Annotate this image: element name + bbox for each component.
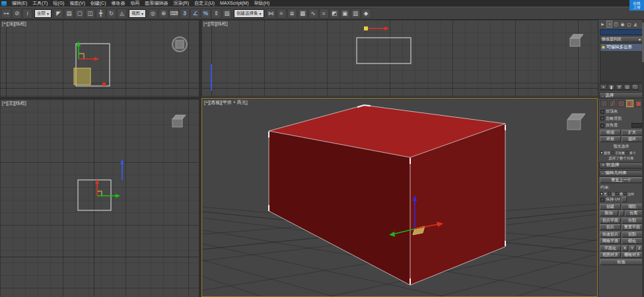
menu-modifiers[interactable]: 修改器 <box>108 0 127 7</box>
tessellate-button[interactable]: 细化 <box>622 238 643 244</box>
menu-create[interactable]: 创建(C) <box>88 0 109 7</box>
by-angle-spinner[interactable] <box>631 123 642 128</box>
tab-display[interactable]: ◻ <box>626 21 632 28</box>
planar-y-button[interactable]: Y <box>629 245 635 251</box>
grid-align-button[interactable]: 栅格对齐 <box>622 252 643 258</box>
viewcube[interactable] <box>172 37 187 52</box>
select-and-move-icon[interactable]: ╋ <box>96 9 106 19</box>
viewport-label-front[interactable]: [+][前][线框] <box>203 21 228 27</box>
percent-snap-icon[interactable]: % <box>201 9 211 19</box>
border-mode-icon[interactable]: ▢ <box>618 100 625 107</box>
detach-button[interactable]: 分离 <box>625 210 643 216</box>
top-viewport-canvas[interactable] <box>0 20 199 97</box>
edit-named-selection-sets-icon[interactable]: ▧ <box>222 9 232 19</box>
viewport-front[interactable]: [+][前][线框] <box>201 20 598 97</box>
attach-list-button[interactable] <box>619 210 624 216</box>
render-production-icon[interactable]: ◆ <box>361 9 371 19</box>
rendered-frame-window-icon[interactable]: ▥ <box>351 9 361 19</box>
named-selection-sets-dropdown[interactable]: 创建选择集 ▾ <box>234 9 264 18</box>
rollout-soft-selection[interactable]: + 软选择 <box>599 162 643 169</box>
tab-create[interactable]: ► <box>600 21 606 28</box>
viewcube[interactable] <box>172 115 186 127</box>
modifier-list-dropdown[interactable]: 修改器列表 ▾ <box>600 36 643 42</box>
menu-graph-editors[interactable]: 图形编辑器 <box>142 0 170 7</box>
visibility-bulb-icon[interactable] <box>602 46 605 49</box>
rollout-edit-geometry[interactable]: - 编辑几何体 <box>599 170 643 177</box>
menu-customize[interactable]: 自定义(U) <box>192 0 217 7</box>
menu-edit[interactable]: 编辑(E) <box>9 0 30 7</box>
select-and-manipulate-icon[interactable]: ⊕ <box>159 9 168 19</box>
object-name-field[interactable] <box>600 29 643 35</box>
selection-region-icon[interactable]: ▢ <box>75 9 85 19</box>
material-editor-icon[interactable]: ◩ <box>330 9 340 19</box>
select-object-icon[interactable]: ◤ <box>54 9 63 19</box>
configure-modifier-sets-icon[interactable]: ⓘ <box>631 84 639 90</box>
keyboard-shortcut-override-icon[interactable]: ⌨ <box>169 9 179 19</box>
select-by-name-icon[interactable]: ▤ <box>64 9 74 19</box>
by-vertex-checkbox[interactable] <box>600 110 604 114</box>
app-icon[interactable] <box>1 1 7 6</box>
viewport-label-left[interactable]: [+][左][线框] <box>2 100 26 106</box>
tab-hierarchy[interactable]: ◫ <box>613 21 619 28</box>
render-setup-icon[interactable]: ▣ <box>340 9 350 19</box>
ring-button[interactable]: 环形 <box>600 136 621 142</box>
constraint-none-radio[interactable] <box>600 192 603 195</box>
select-and-rotate-icon[interactable]: ↻ <box>106 9 116 19</box>
move-gizmo[interactable] <box>95 179 120 198</box>
collapse-button[interactable]: 塌陷 <box>622 204 643 210</box>
graphite-modeling-icon[interactable]: ▦ <box>298 9 308 19</box>
polygon-mode-icon[interactable]: ■ <box>626 100 633 107</box>
viewport-label-top[interactable]: [+][顶][线框] <box>2 21 26 27</box>
remove-modifier-icon[interactable]: ⊟ <box>624 84 631 90</box>
reset-plane-button[interactable]: 重置平面 <box>622 224 643 230</box>
wireframe-rectangle[interactable] <box>78 180 111 210</box>
by-angle-checkbox[interactable] <box>600 124 604 128</box>
wireframe-rectangle[interactable] <box>357 38 411 64</box>
stack-item-editable-poly[interactable]: 可编辑多边形 <box>600 44 642 51</box>
unlink-selection-icon[interactable]: ⊘ <box>12 9 22 19</box>
constraint-normal-radio[interactable] <box>624 192 627 195</box>
box-front-face[interactable] <box>269 131 410 285</box>
align-icon[interactable]: ≡ <box>277 9 287 19</box>
viewport-perspective[interactable]: [+][透视][平滑 + 高光] <box>201 98 598 297</box>
constraint-edge-radio[interactable] <box>608 192 611 195</box>
mirror-icon[interactable]: ⋈ <box>266 9 276 19</box>
select-and-scale-icon[interactable]: ◬ <box>117 9 127 19</box>
attach-button[interactable]: 附加 <box>600 210 618 216</box>
use-pivot-point-center-icon[interactable]: ◎ <box>148 9 158 19</box>
reference-coordinate-dropdown[interactable]: 视图 ▾ <box>129 9 146 18</box>
pin-stack-icon[interactable]: ⌖ <box>600 84 607 90</box>
quickslice-button[interactable]: 快速切片 <box>600 232 621 237</box>
planar-button[interactable]: 平面化 <box>600 245 621 251</box>
online-badge[interactable]: 在线 上传 <box>629 0 644 11</box>
menu-views[interactable]: 视图(V) <box>67 0 87 7</box>
tab-utilities[interactable]: ◭ <box>633 21 639 28</box>
msmooth-button[interactable]: 网格平滑 <box>600 238 621 244</box>
menu-rendering[interactable]: 渲染(R) <box>170 0 192 7</box>
cut-button[interactable]: 切割 <box>622 232 643 237</box>
tab-modify[interactable]: ◔ <box>606 21 612 28</box>
make-unique-icon[interactable]: ∀ <box>616 84 623 90</box>
viewcube[interactable] <box>570 34 583 46</box>
tab-motion[interactable]: ◉ <box>620 21 626 28</box>
planar-x-button[interactable]: X <box>622 245 628 251</box>
menu-group[interactable]: 组(G) <box>50 0 67 7</box>
gizmo-plane-handle[interactable] <box>79 54 84 59</box>
menu-maxscript[interactable]: MAXScript(M) <box>217 0 252 7</box>
preview-multiple-radio[interactable] <box>626 151 629 154</box>
menu-tools[interactable]: 工具(T) <box>30 0 50 7</box>
repeat-last-button[interactable]: 重复上一个 <box>600 177 643 183</box>
viewport-top[interactable]: [+][顶][线框] <box>0 20 199 97</box>
preserve-uv-settings-button[interactable] <box>622 196 627 202</box>
edge-mode-icon[interactable]: ╱ <box>609 100 616 107</box>
curve-editor-icon[interactable]: ∿ <box>308 9 318 19</box>
window-crossing-icon[interactable]: ◫ <box>85 9 95 19</box>
preserve-uv-checkbox[interactable] <box>600 198 604 202</box>
viewport-label-perspective[interactable]: [+][透视][平滑 + 高光] <box>204 99 248 106</box>
slice-button[interactable]: 切片 <box>600 224 621 230</box>
slice-plane-button[interactable]: 切片平面 <box>600 218 621 224</box>
spinner-snap-icon[interactable]: ⇕ <box>211 9 221 19</box>
constraint-face-radio[interactable] <box>616 192 619 195</box>
gizmo-plane-handle[interactable] <box>364 26 368 30</box>
relax-button[interactable]: 松弛 <box>600 259 643 265</box>
